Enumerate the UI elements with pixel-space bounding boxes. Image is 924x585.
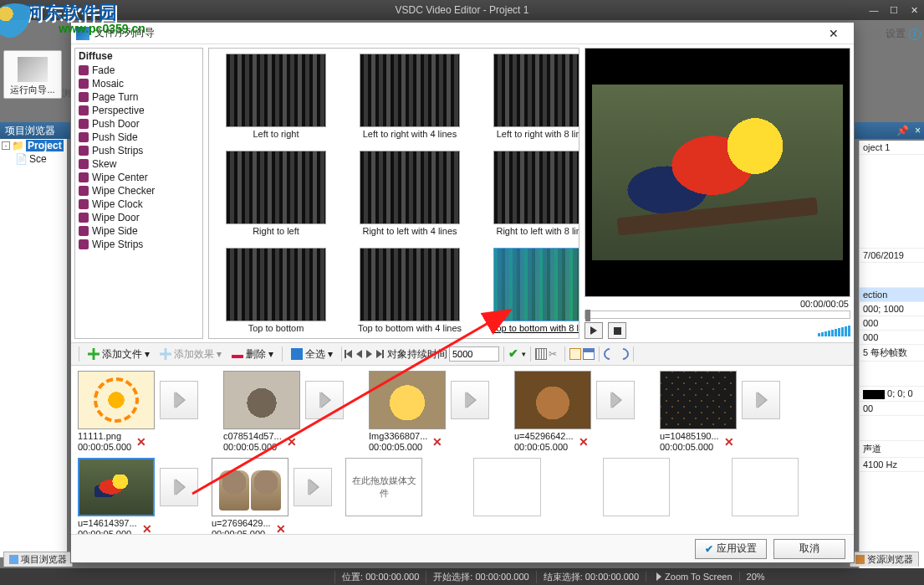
tab-resource-browser[interactable]: 资源浏览器: [850, 552, 919, 567]
transition-arrow[interactable]: [294, 468, 332, 506]
remove-media-icon[interactable]: ✕: [276, 524, 286, 535]
effect-item[interactable]: Fade: [75, 64, 202, 77]
cancel-button[interactable]: 取消: [773, 539, 845, 559]
file-sequence-wizard-dialog: 文件序列向导 ✕ Diffuse FadeMosaicPage TurnPers…: [70, 22, 855, 563]
remove-media-icon[interactable]: ✕: [136, 437, 146, 448]
minimize-icon[interactable]: —: [867, 3, 881, 17]
effect-item[interactable]: Page Turn: [75, 90, 202, 104]
preview-seek-bar[interactable]: [585, 310, 850, 319]
add-effect-button: 添加效果▾: [156, 345, 226, 364]
close-icon[interactable]: ✕: [907, 3, 921, 17]
transition-arrow[interactable]: [305, 381, 344, 419]
app-title: VSDC Video Editor - Project 1: [396, 4, 529, 16]
transition-item[interactable]: Left to right: [214, 54, 338, 151]
transition-arrow[interactable]: [596, 381, 635, 419]
media-item[interactable]: u=14614397...00:00:05.000✕: [78, 458, 198, 534]
stop-button[interactable]: [608, 322, 626, 339]
next-icon: [366, 350, 372, 358]
tool-icon-1[interactable]: [569, 348, 581, 360]
apply-icon[interactable]: ✔: [508, 348, 520, 360]
volume-indicator[interactable]: [818, 326, 850, 336]
effect-item[interactable]: Push Side: [75, 131, 202, 144]
maximize-icon[interactable]: ☐: [887, 3, 901, 17]
media-item[interactable]: u=45296642...00:00:05.000✕: [514, 371, 646, 453]
effects-list[interactable]: Diffuse FadeMosaicPage TurnPerspectivePu…: [74, 48, 203, 339]
effect-item[interactable]: Wipe Side: [75, 224, 202, 238]
transition-item[interactable]: Top to bottom with 8 lines: [482, 248, 579, 339]
transition-arrow[interactable]: [160, 381, 198, 419]
empty-slot: [603, 458, 670, 516]
effect-item[interactable]: Push Strips: [75, 144, 202, 157]
undo-icon[interactable]: [601, 346, 618, 362]
transition-arrow[interactable]: [160, 468, 198, 506]
effect-item[interactable]: Mosaic: [75, 77, 202, 90]
effect-item[interactable]: Perspective: [75, 104, 202, 117]
effect-item[interactable]: Wipe Center: [75, 171, 202, 184]
ruler-icon[interactable]: [535, 348, 547, 360]
media-item[interactable]: u=10485190...00:00:05.000✕: [660, 371, 792, 453]
duration-label: 对象持续时间: [387, 347, 447, 362]
transition-item[interactable]: Right to left: [214, 151, 338, 248]
delete-button[interactable]: 删除▾: [227, 345, 278, 364]
media-item[interactable]: Img3366807...00:00:05.000✕: [369, 371, 501, 453]
play-button[interactable]: [585, 322, 603, 339]
dialog-title: 文件序列向导: [94, 26, 155, 40]
transition-item[interactable]: Top to bottom with 4 lines: [348, 248, 472, 339]
effect-item[interactable]: Wipe Door: [75, 211, 202, 224]
transition-arrow[interactable]: [742, 381, 780, 419]
remove-media-icon[interactable]: ✕: [579, 437, 589, 448]
remove-media-icon[interactable]: ✕: [142, 524, 152, 535]
pin-icon[interactable]: 📌: [896, 122, 909, 139]
effect-item[interactable]: Wipe Clock: [75, 198, 202, 211]
dialog-close-button[interactable]: ✕: [819, 24, 849, 43]
empty-slot: [473, 458, 540, 516]
duration-input[interactable]: [449, 346, 499, 362]
empty-slot: [732, 458, 799, 516]
status-bar: 位置: 00:00:00.000 开始选择: 00:00:00.000 结束选择…: [0, 568, 924, 585]
effect-item[interactable]: Push Door: [75, 117, 202, 131]
add-file-button[interactable]: 添加文件▾: [84, 345, 154, 364]
run-wizard-button[interactable]: 运行向导...: [3, 50, 62, 99]
gear-icon: [870, 28, 882, 40]
transition-item[interactable]: Top to bottom: [214, 248, 338, 339]
close-panel-icon[interactable]: ×: [915, 122, 921, 139]
effect-item[interactable]: Skew: [75, 157, 202, 171]
scissors-icon[interactable]: ✂: [549, 348, 560, 360]
go-end-icon: [376, 350, 382, 358]
media-item[interactable]: c078514d57...00:00:05.000✕: [223, 371, 355, 453]
preview-viewport: [585, 48, 850, 297]
wizard-icon: [76, 27, 89, 40]
transport-controls[interactable]: [346, 350, 382, 358]
transition-arrow[interactable]: [451, 381, 489, 419]
tool-icon-2[interactable]: [583, 348, 595, 360]
effect-item[interactable]: Wipe Checker: [75, 184, 202, 198]
prev-icon: [356, 350, 362, 358]
transition-item[interactable]: Left to right with 4 lines: [348, 54, 472, 151]
remove-media-icon[interactable]: ✕: [287, 437, 297, 448]
select-all-button[interactable]: 全选▾: [287, 345, 337, 364]
media-item[interactable]: 11111.png00:00:05.000✕: [78, 371, 210, 453]
remove-media-icon[interactable]: ✕: [724, 437, 734, 448]
media-strip[interactable]: 11111.png00:00:05.000✕c078514d57...00:00…: [71, 366, 854, 534]
remove-media-icon[interactable]: ✕: [432, 437, 442, 448]
tab-project-browser[interactable]: 项目浏览器: [3, 552, 73, 567]
info-icon[interactable]: i: [909, 28, 921, 40]
media-item[interactable]: u=27696429...00:00:05.000✕: [212, 458, 332, 534]
redo-icon[interactable]: [615, 346, 631, 362]
apply-settings-button[interactable]: ✔应用设置: [695, 539, 767, 559]
effect-item[interactable]: Wipe Strips: [75, 238, 202, 251]
drop-hint[interactable]: 在此拖放媒体文件: [345, 458, 422, 516]
file-toolbar: 添加文件▾ 添加效果▾ 删除▾ 全选▾ 对象持续时间 ✔ ▾ ✂: [71, 342, 854, 366]
transitions-gallery[interactable]: Left to rightLeft to right with 4 linesL…: [208, 48, 579, 339]
transition-item[interactable]: Right to left with 4 lines: [348, 151, 472, 248]
app-title-bar: VSDC Video Editor - Project 1 — ☐ ✕: [0, 0, 924, 20]
preview-panel: 00:00/00:05: [585, 48, 850, 339]
transition-item[interactable]: Right to left with 8 lines: [482, 151, 579, 248]
project-tree[interactable]: -📁Project 📄Sce: [0, 139, 67, 557]
transition-item[interactable]: Left to right with 8 lines: [482, 54, 579, 151]
settings-button[interactable]: 设置 i: [870, 27, 921, 41]
preview-time: 00:00/00:05: [800, 299, 849, 309]
go-start-icon: [346, 350, 352, 358]
properties-panel: oject 1 7/06/2019 ection 000; 1000 000 0…: [859, 141, 924, 576]
effects-category: Diffuse: [75, 49, 202, 64]
